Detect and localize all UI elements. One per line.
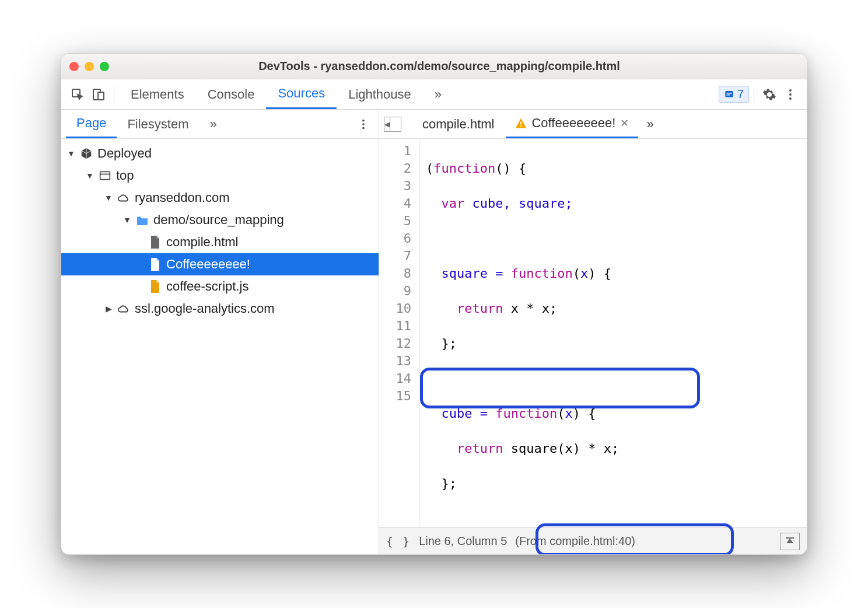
line-number: 3 xyxy=(379,177,411,195)
frame-icon xyxy=(99,169,111,182)
line-number: 14 xyxy=(379,370,411,387)
more-menu-icon[interactable] xyxy=(780,84,801,105)
svg-rect-5 xyxy=(726,95,730,96)
svg-rect-15 xyxy=(521,125,522,127)
tree-label: ssl.google-analytics.com xyxy=(135,301,275,316)
line-number: 6 xyxy=(379,230,411,247)
disclosure-triangle-icon[interactable]: ▼ xyxy=(86,171,94,180)
deployed-icon xyxy=(80,147,93,160)
svg-rect-14 xyxy=(521,122,522,125)
editor-statusbar: { } Line 6, Column 5 (From compile.html:… xyxy=(379,527,807,554)
source-origin: (From compile.html:40) xyxy=(515,534,635,548)
file-icon xyxy=(149,258,162,271)
code-content[interactable]: (function() { var cube, square; square =… xyxy=(420,139,807,527)
pretty-print-icon[interactable]: { } xyxy=(386,534,411,548)
minimize-window-button[interactable] xyxy=(85,62,94,71)
tree-label: compile.html xyxy=(166,235,238,250)
disclosure-triangle-icon[interactable]: ▼ xyxy=(104,193,113,202)
navigator-tab-page[interactable]: Page xyxy=(66,110,117,138)
tree-deployed[interactable]: ▼ Deployed xyxy=(61,142,379,165)
issues-badge[interactable]: 7 xyxy=(719,86,749,103)
svg-rect-3 xyxy=(725,91,733,97)
line-gutter: 1 2 3 4 5 6 7 8 9 10 11 12 13 14 15 xyxy=(379,139,420,527)
divider xyxy=(754,86,754,103)
navigator-tab-more[interactable]: » xyxy=(200,110,228,138)
close-window-button[interactable] xyxy=(69,62,79,71)
disclosure-triangle-icon[interactable]: ▼ xyxy=(123,215,131,225)
tree-file-compile[interactable]: compile.html xyxy=(61,231,379,253)
file-icon xyxy=(149,236,162,249)
svg-rect-16 xyxy=(786,537,794,539)
line-number: 9 xyxy=(379,282,411,300)
tree-label: demo/source_mapping xyxy=(153,212,284,228)
line-number: 2 xyxy=(379,160,411,177)
line-number: 12 xyxy=(379,335,411,352)
editor-tab-more[interactable]: » xyxy=(640,110,659,138)
tree-label: Deployed xyxy=(97,146,152,161)
editor-tab-coffee[interactable]: Coffeeeeeeee! ✕ xyxy=(506,110,638,138)
tree-folder[interactable]: ▼ demo/source_mapping xyxy=(61,209,379,231)
svg-rect-12 xyxy=(100,172,110,179)
navigator-sidebar: Page Filesystem » ▼ Deployed ▼ top xyxy=(61,110,379,554)
line-number: 11 xyxy=(379,317,411,335)
file-icon xyxy=(149,280,162,293)
navigator-tab-filesystem[interactable]: Filesystem xyxy=(117,110,199,138)
tree-label: Coffeeeeeeee! xyxy=(166,257,250,272)
tree-top[interactable]: ▼ top xyxy=(61,165,379,187)
tree-label: coffee-script.js xyxy=(166,279,249,294)
tab-elements[interactable]: Elements xyxy=(119,79,196,109)
tab-lighthouse[interactable]: Lighthouse xyxy=(337,79,423,109)
line-number: 10 xyxy=(379,300,411,317)
navigator-toggle-icon[interactable]: ◀ xyxy=(384,117,401,132)
close-tab-icon[interactable]: ✕ xyxy=(620,117,629,130)
tab-sources[interactable]: Sources xyxy=(266,79,337,109)
devtools-window: DevTools - ryanseddon.com/demo/source_ma… xyxy=(61,53,807,555)
line-number: 8 xyxy=(379,265,411,282)
editor-tab-compile[interactable]: compile.html xyxy=(413,110,503,138)
editor-tab-label: Coffeeeeeeee! xyxy=(531,116,615,131)
editor-pane: ◀ compile.html Coffeeeeeeee! ✕ » 1 2 3 4 xyxy=(379,110,807,554)
tab-more[interactable]: » xyxy=(423,79,453,109)
tree-label: top xyxy=(116,168,134,183)
code-editor[interactable]: 1 2 3 4 5 6 7 8 9 10 11 12 13 14 15 (fun… xyxy=(379,139,807,527)
device-toolbar-icon[interactable] xyxy=(88,84,109,105)
window-title: DevTools - ryanseddon.com/demo/source_ma… xyxy=(115,60,799,73)
disclosure-triangle-icon[interactable]: ▶ xyxy=(104,304,113,313)
tab-console[interactable]: Console xyxy=(196,79,267,109)
tree-label: ryanseddon.com xyxy=(135,190,230,205)
svg-point-10 xyxy=(362,123,365,125)
source-origin-link[interactable]: compile.html:40 xyxy=(550,534,631,547)
zoom-window-button[interactable] xyxy=(100,62,109,71)
main-toolbar: Elements Console Sources Lighthouse » 7 xyxy=(61,79,807,110)
line-number: 7 xyxy=(379,247,411,265)
line-number: 1 xyxy=(379,142,411,160)
svg-point-9 xyxy=(362,119,365,121)
tree-file-coffee[interactable]: Coffeeeeeeee! xyxy=(61,253,379,275)
line-number: 4 xyxy=(379,195,411,212)
line-number: 5 xyxy=(379,212,411,230)
warning-icon xyxy=(515,117,527,129)
editor-tab-label: compile.html xyxy=(422,117,494,132)
inspect-element-icon[interactable] xyxy=(67,84,88,105)
cloud-icon xyxy=(117,191,130,204)
tree-domain-google[interactable]: ▶ ssl.google-analytics.com xyxy=(61,298,379,320)
svg-rect-4 xyxy=(726,93,732,94)
line-number: 13 xyxy=(379,352,411,370)
main-tabs: Elements Console Sources Lighthouse » xyxy=(119,79,719,109)
traffic-lights xyxy=(69,62,109,71)
svg-point-11 xyxy=(362,127,365,129)
panel-body: Page Filesystem » ▼ Deployed ▼ top xyxy=(61,110,807,554)
tree-file-coffeescript[interactable]: coffee-script.js xyxy=(61,275,379,298)
tree-domain-ryanseddon[interactable]: ▼ ryanseddon.com xyxy=(61,187,379,209)
line-number: 15 xyxy=(379,387,411,405)
settings-icon[interactable] xyxy=(759,84,780,105)
disclosure-triangle-icon[interactable]: ▼ xyxy=(67,149,75,158)
issues-count: 7 xyxy=(737,88,744,101)
folder-icon xyxy=(136,214,149,226)
show-drawer-icon[interactable] xyxy=(780,533,800,550)
svg-point-6 xyxy=(789,89,792,92)
cursor-position: Line 6, Column 5 xyxy=(419,534,507,548)
navigator-more-icon[interactable] xyxy=(353,114,374,135)
svg-point-7 xyxy=(789,93,792,96)
svg-point-8 xyxy=(789,97,792,100)
